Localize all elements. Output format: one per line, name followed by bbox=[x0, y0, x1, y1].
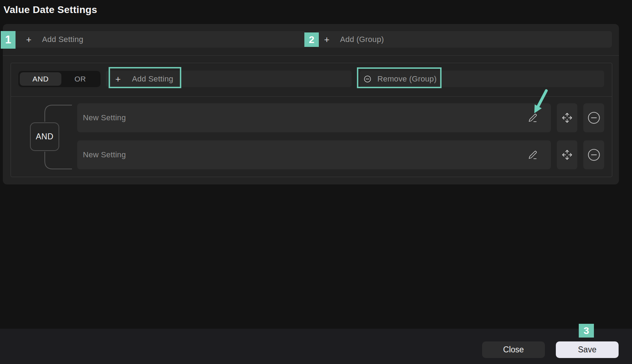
and-or-toggle[interactable]: AND OR bbox=[18, 71, 101, 87]
move-row-button[interactable] bbox=[557, 103, 577, 132]
step-badge-1: 1 bbox=[1, 31, 16, 49]
page-title: Value Date Settings bbox=[4, 4, 97, 16]
plus-icon: + bbox=[115, 74, 121, 84]
plus-icon: + bbox=[26, 35, 31, 44]
add-group-header-button[interactable]: + Add (Group) bbox=[316, 31, 612, 48]
close-button[interactable]: Close bbox=[482, 341, 545, 358]
add-setting-header-button[interactable]: + Add Setting bbox=[11, 31, 306, 48]
header-divider bbox=[3, 55, 619, 56]
and-connector-badge: AND bbox=[30, 122, 59, 151]
setting-row[interactable]: New Setting bbox=[77, 140, 551, 169]
move-arrows-icon bbox=[561, 149, 573, 161]
add-setting-label: Add Setting bbox=[42, 35, 83, 44]
minus-circle-icon bbox=[364, 75, 371, 83]
step-badge-2: 2 bbox=[304, 32, 319, 47]
minus-circle-icon bbox=[587, 148, 601, 162]
pencil-icon bbox=[528, 150, 537, 160]
setting-row-placeholder: New Setting bbox=[83, 113, 126, 122]
group-add-setting-label: Add Setting bbox=[132, 74, 173, 84]
toggle-option-and[interactable]: AND bbox=[20, 72, 61, 86]
pencil-icon bbox=[528, 113, 537, 123]
remove-row-button[interactable] bbox=[583, 140, 604, 169]
setting-row[interactable]: New Setting bbox=[77, 103, 551, 132]
group-remove-button[interactable]: Remove (Group) bbox=[360, 71, 604, 87]
move-row-button[interactable] bbox=[557, 140, 577, 169]
edit-row-button[interactable] bbox=[528, 150, 537, 160]
edit-row-button[interactable] bbox=[528, 113, 537, 123]
step-badge-3: 3 bbox=[579, 324, 594, 338]
save-button[interactable]: Save bbox=[556, 341, 619, 358]
setting-row-placeholder: New Setting bbox=[83, 150, 126, 159]
remove-group-label: Remove (Group) bbox=[377, 74, 437, 84]
plus-icon: + bbox=[324, 35, 329, 44]
group-add-setting-button[interactable]: + Add Setting bbox=[106, 71, 352, 87]
toggle-option-or[interactable]: OR bbox=[61, 75, 99, 83]
add-group-label: Add (Group) bbox=[340, 35, 384, 44]
remove-row-button[interactable] bbox=[583, 103, 604, 132]
value-date-settings-dialog: Value Date Settings + Add Setting + Add … bbox=[0, 0, 632, 364]
minus-circle-icon bbox=[587, 111, 601, 125]
move-arrows-icon bbox=[561, 112, 573, 124]
toolbar-divider bbox=[11, 96, 612, 97]
